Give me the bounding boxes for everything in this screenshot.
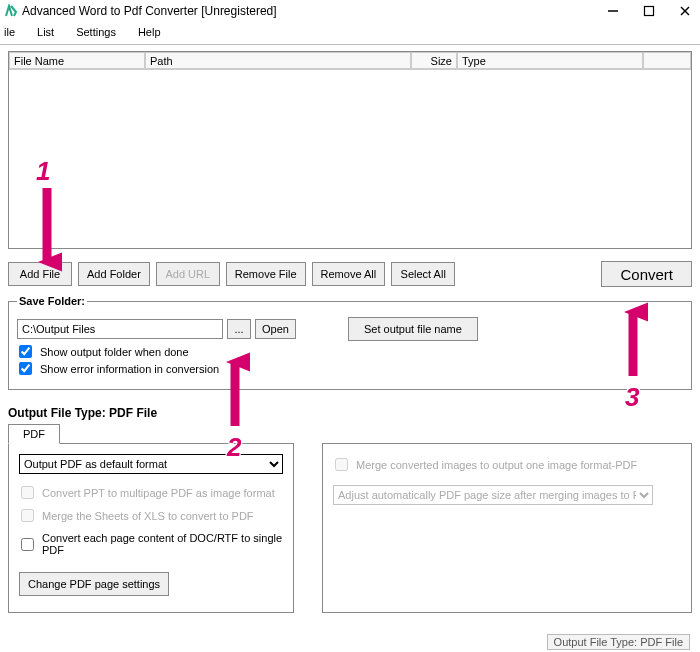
window-title: Advanced Word to Pdf Converter [Unregist… <box>22 4 606 18</box>
output-file-type-label: Output File Type: PDF File <box>0 398 700 424</box>
show-output-folder-checkbox[interactable] <box>19 345 32 358</box>
show-error-info-checkbox[interactable] <box>19 362 32 375</box>
merge-xls-label: Merge the Sheets of XLS to convert to PD… <box>42 510 254 522</box>
add-url-button[interactable]: Add URL <box>156 262 220 286</box>
menu-file[interactable]: ile <box>0 24 19 40</box>
close-button[interactable] <box>678 4 692 18</box>
col-extra[interactable] <box>643 52 691 69</box>
show-error-info-label: Show error information in conversion <box>40 363 219 375</box>
open-folder-button[interactable]: Open <box>255 319 296 339</box>
action-toolbar: Add File Add Folder Add URL Remove File … <box>0 249 700 295</box>
maximize-button[interactable] <box>642 4 656 18</box>
file-list-header: File Name Path Size Type <box>9 52 691 70</box>
svg-rect-1 <box>645 7 654 16</box>
pdf-options-panel: Output PDF as default format Convert PPT… <box>8 443 294 613</box>
set-output-name-button[interactable]: Set output file name <box>348 317 478 341</box>
add-folder-button[interactable]: Add Folder <box>78 262 150 286</box>
col-type[interactable]: Type <box>457 52 643 69</box>
col-size[interactable]: Size <box>411 52 457 69</box>
merge-images-label: Merge converted images to output one ima… <box>356 459 637 471</box>
convert-ppt-checkbox <box>21 486 34 499</box>
add-file-button[interactable]: Add File <box>8 262 72 286</box>
col-path[interactable]: Path <box>145 52 411 69</box>
merge-xls-checkbox <box>21 509 34 522</box>
save-folder-group: Save Folder: ... Open Set output file na… <box>8 295 692 390</box>
output-path-input[interactable] <box>17 319 223 339</box>
titlebar: Advanced Word to Pdf Converter [Unregist… <box>0 0 700 22</box>
adjust-size-select: Adjust automatically PDF page size after… <box>333 485 653 505</box>
menu-help[interactable]: Help <box>134 24 165 40</box>
merge-images-checkbox <box>335 458 348 471</box>
browse-button[interactable]: ... <box>227 319 251 339</box>
app-icon <box>4 4 18 18</box>
each-page-checkbox[interactable] <box>21 538 34 551</box>
output-format-select[interactable]: Output PDF as default format <box>19 454 283 474</box>
page-settings-button[interactable]: Change PDF page settings <box>19 572 169 596</box>
show-output-folder-label: Show output folder when done <box>40 346 189 358</box>
select-all-button[interactable]: Select All <box>391 262 455 286</box>
col-filename[interactable]: File Name <box>9 52 145 69</box>
convert-button[interactable]: Convert <box>601 261 692 287</box>
remove-all-button[interactable]: Remove All <box>312 262 386 286</box>
output-panels: Output PDF as default format Convert PPT… <box>0 443 700 613</box>
menu-settings[interactable]: Settings <box>72 24 120 40</box>
convert-ppt-label: Convert PPT to multipage PDF as image fo… <box>42 487 275 499</box>
window-controls <box>606 4 692 18</box>
each-page-label: Convert each page content of DOC/RTF to … <box>42 532 283 556</box>
output-tabs: PDF <box>0 424 700 444</box>
menu-list[interactable]: List <box>33 24 58 40</box>
merge-options-panel: Merge converted images to output one ima… <box>322 443 692 613</box>
minimize-button[interactable] <box>606 4 620 18</box>
menubar: ile List Settings Help <box>0 22 700 45</box>
tab-pdf[interactable]: PDF <box>8 424 60 444</box>
file-list[interactable]: File Name Path Size Type <box>8 51 692 249</box>
status-text: Output File Type: PDF File <box>547 634 690 650</box>
save-folder-legend: Save Folder: <box>17 295 87 307</box>
remove-file-button[interactable]: Remove File <box>226 262 306 286</box>
